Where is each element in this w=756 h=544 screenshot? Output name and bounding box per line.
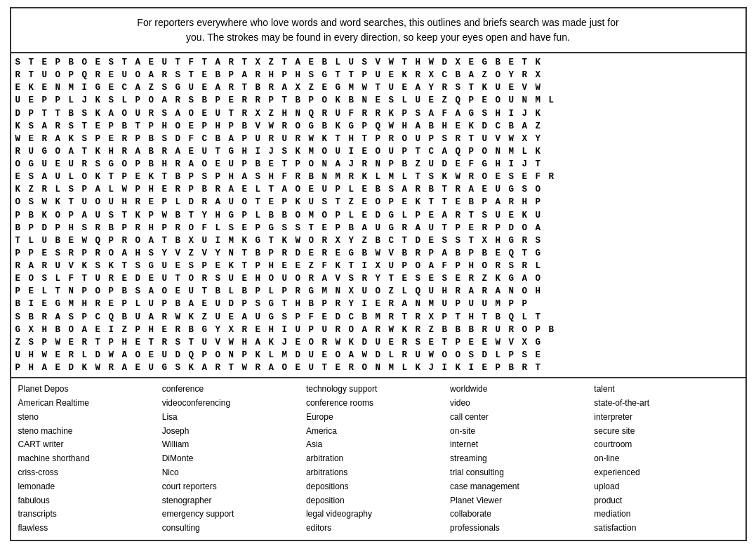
word-item: America	[306, 425, 450, 439]
word-item: courtroom	[594, 438, 738, 452]
grid-row: U H W E R L D W A O E U D Q P O N P K L …	[15, 349, 741, 361]
grid-row: P E L T N P O P B S A O E U T B L B P L …	[15, 285, 741, 298]
grid-row: E K E N M I G E C A Z S G U E A R T B R …	[15, 81, 741, 94]
word-list-col: conferencevideoconferencingLisaJosephWil…	[162, 383, 306, 536]
word-item: deposition	[306, 494, 450, 508]
word-list-col: talentstate-of-the-artinterpretersecure …	[594, 383, 738, 536]
grid-row: K Z R L S P A L W P H E R P B R A E L T …	[15, 183, 741, 196]
word-item: on-site	[450, 425, 594, 439]
word-item: stenographer	[162, 494, 306, 508]
grid-row: O S W K T U O U H R E P L D R A U O T E …	[15, 196, 741, 208]
word-item: talent	[594, 383, 738, 397]
grid-row: S B R A S P C Q B U A R W K Z U E A U G …	[15, 311, 741, 324]
word-item: Nico	[162, 466, 306, 480]
grid-row: B P D P H S R B P R H P R O F L S E P G …	[15, 222, 741, 234]
word-item: state-of-the-art	[594, 397, 738, 411]
grid-row: R U G O A T K H R A B R A E U T G H I J …	[15, 145, 741, 158]
word-item: CART writer	[18, 438, 162, 452]
grid-row: Z S P W E R T P H E T R S T U V W H A K …	[15, 336, 741, 349]
word-item: steno	[18, 411, 162, 425]
grid-row: U E P P L J K S L P O A R S B P E R R P …	[15, 94, 741, 107]
word-item: legal videography	[306, 507, 450, 522]
word-item: internet	[450, 438, 594, 452]
grid-row: R T U O P Q R E U O A R S T E B P A R H …	[15, 69, 741, 81]
word-item: professionals	[450, 522, 594, 536]
word-item: arbitrations	[306, 466, 450, 480]
grid-row: D P T T B S K A O U R S A O E U T R X Z …	[15, 107, 741, 120]
word-list-col: technology supportconference roomsEurope…	[306, 383, 450, 536]
word-item: steno machine	[18, 425, 162, 439]
grid-row: G X H B O A E I Z P H E R B G Y X R E H …	[15, 324, 741, 336]
word-item: criss-cross	[18, 466, 162, 480]
word-item: secure site	[594, 425, 738, 439]
word-item: DiMonte	[162, 452, 306, 466]
word-item: Europe	[306, 411, 450, 425]
word-item: transcripts	[18, 507, 162, 522]
word-item: Asia	[306, 438, 450, 452]
grid-row: P B K O P A U S T K P W B T Y H G P L B …	[15, 209, 741, 222]
puzzle-area: S T E P B O E S T A E U T F T A R T X Z …	[11, 53, 745, 378]
word-item: interpreter	[594, 411, 738, 425]
word-item: emergency support	[162, 507, 306, 522]
grid-row: O G U E U R S G O P B H R A O E U P B E …	[15, 158, 741, 171]
header-line1: For reporters everywhere who love words …	[137, 17, 618, 28]
word-item: consulting	[162, 522, 306, 536]
word-item: upload	[594, 480, 738, 494]
word-list-col: worldwidevideocall centeron-siteinternet…	[450, 383, 594, 536]
grid-row: P P E S R P R O A H S Y V Z V Y N T B P …	[15, 247, 741, 260]
word-item: video	[450, 397, 594, 411]
header-section: For reporters everywhere who love words …	[11, 8, 745, 53]
word-item: American Realtime	[18, 397, 162, 411]
word-item: satisfaction	[594, 522, 738, 536]
word-item: fabulous	[18, 494, 162, 508]
word-item: worldwide	[450, 383, 594, 397]
grid-row: E O S L F T U R E D E U T O R S U E H O …	[15, 272, 741, 285]
word-item: on-line	[594, 452, 738, 466]
grid-row: K S A R S T E P B T P H O E P H P B V W …	[15, 120, 741, 133]
grid-row: B I E G M H R E P L U P B A E U D P S G …	[15, 298, 741, 310]
word-item: editors	[306, 522, 450, 536]
word-item: collaborate	[450, 507, 594, 522]
word-item: product	[594, 494, 738, 508]
word-item: lemonade	[18, 480, 162, 494]
word-item: videoconferencing	[162, 397, 306, 411]
grid-row: E S A U L O K T P E K T B P S P H A S H …	[15, 171, 741, 183]
word-item: case management	[450, 480, 594, 494]
word-item: machine shorthand	[18, 452, 162, 466]
word-item: William	[162, 438, 306, 452]
word-item: experienced	[594, 466, 738, 480]
grid-row: T L U B E W Q P R O A T B X U I M K G T …	[15, 234, 741, 247]
grid-row: R A R U V K S K T S G U E S P E K T P H …	[15, 260, 741, 272]
word-search-grid: S T E P B O E S T A E U T F T A R T X Z …	[15, 56, 741, 374]
word-item: conference rooms	[306, 397, 450, 411]
word-item: Lisa	[162, 411, 306, 425]
word-item: conference	[162, 383, 306, 397]
word-list-col: Planet DeposAmerican Realtimestenosteno …	[18, 383, 162, 536]
word-item: arbitration	[306, 452, 450, 466]
word-item: mediation	[594, 507, 738, 522]
word-item: streaming	[450, 452, 594, 466]
word-item: technology support	[306, 383, 450, 397]
grid-row: W E R A K S P E R P B S D F C B A P U R …	[15, 133, 741, 145]
word-item: court reporters	[162, 480, 306, 494]
grid-row: P H A E D K W R A E U G S K A R T W R A …	[15, 361, 741, 374]
grid-row: S T E P B O E S T A E U T F T A R T X Z …	[15, 56, 741, 69]
word-item: depositions	[306, 480, 450, 494]
header-line2: you. The strokes may be found in every d…	[186, 32, 570, 43]
word-item: Planet Depos	[18, 383, 162, 397]
word-item: Planet Viewer	[450, 494, 594, 508]
main-container: For reporters everywhere who love words …	[10, 7, 747, 541]
word-item: trial consulting	[450, 466, 594, 480]
word-item: Joseph	[162, 425, 306, 439]
word-item: flawless	[18, 522, 162, 536]
word-item: call center	[450, 411, 594, 425]
word-list-area: Planet DeposAmerican Realtimestenosteno …	[11, 378, 745, 540]
